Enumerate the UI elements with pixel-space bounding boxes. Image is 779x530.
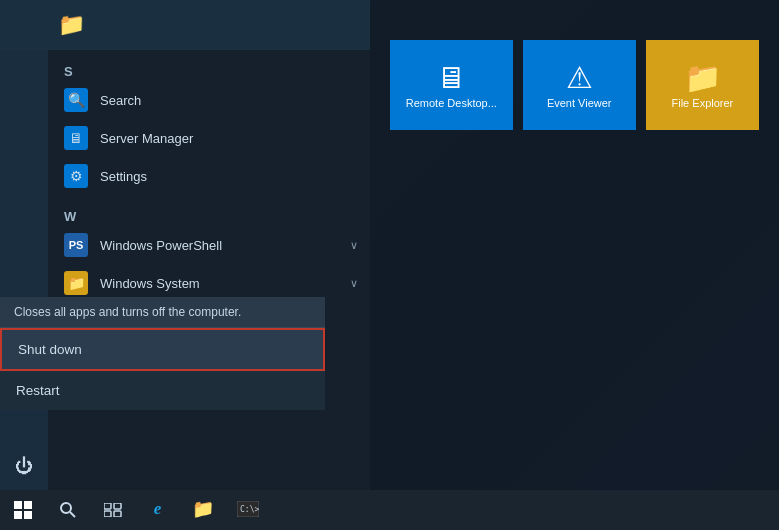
windows-system-label: Windows System — [100, 276, 200, 291]
svg-point-4 — [61, 503, 71, 513]
tiles-area: 🖥 Remote Desktop... ⚠ Event Viewer 📁 Fil… — [370, 0, 779, 490]
app-search[interactable]: 🔍 Search — [48, 81, 370, 119]
power-tooltip: Closes all apps and turns off the comput… — [0, 297, 325, 328]
taskbar-taskview-button[interactable] — [90, 490, 135, 530]
power-button[interactable]: ⏻ — [0, 442, 48, 490]
powershell-label: Windows PowerShell — [100, 238, 222, 253]
remote-desktop-icon: 🖥 — [436, 63, 466, 93]
windows-system-icon: 📁 — [64, 271, 88, 295]
svg-line-5 — [70, 512, 75, 517]
server-manager-icon: 🖥 — [64, 126, 88, 150]
app-powershell[interactable]: PS Windows PowerShell ∨ — [48, 226, 370, 264]
user-folder-icon: 📁 — [58, 12, 85, 38]
taskbar-ie[interactable]: e — [135, 490, 180, 530]
app-server-manager[interactable]: 🖥 Server Manager — [48, 119, 370, 157]
event-viewer-label: Event Viewer — [547, 97, 612, 109]
svg-text:C:\>_: C:\>_ — [240, 505, 259, 514]
section-s-label: S — [48, 58, 370, 81]
svg-rect-8 — [104, 511, 111, 517]
file-explorer-label: File Explorer — [672, 97, 734, 109]
settings-label: Settings — [100, 169, 147, 184]
svg-rect-7 — [114, 503, 121, 509]
apps-list: S 🔍 Search 🖥 Server Manager ⚙ Settings W… — [48, 50, 370, 490]
taskbar: e 📁 C:\>_ — [0, 490, 779, 530]
start-button[interactable] — [0, 490, 45, 530]
powershell-chevron: ∨ — [350, 239, 358, 252]
start-menu: 📁 ⏻ S 🔍 Search 🖥 Server Manager ⚙ Settin… — [0, 0, 370, 490]
tiles-row-1: 🖥 Remote Desktop... ⚠ Event Viewer 📁 Fil… — [390, 40, 759, 130]
svg-rect-0 — [14, 501, 22, 509]
svg-rect-3 — [24, 511, 32, 519]
start-sidebar: ⏻ — [0, 50, 48, 490]
taskbar-search-button[interactable] — [45, 490, 90, 530]
taskbar-cmd[interactable]: C:\>_ — [225, 490, 270, 530]
tile-file-explorer[interactable]: 📁 File Explorer — [646, 40, 759, 130]
search-app-label: Search — [100, 93, 141, 108]
svg-rect-9 — [114, 511, 121, 517]
file-explorer-icon: 📁 — [684, 63, 721, 93]
shutdown-option[interactable]: Shut down — [0, 328, 325, 371]
power-popup: Closes all apps and turns off the comput… — [0, 297, 325, 410]
svg-rect-1 — [24, 501, 32, 509]
svg-rect-6 — [104, 503, 111, 509]
server-manager-label: Server Manager — [100, 131, 193, 146]
svg-rect-2 — [14, 511, 22, 519]
windows-system-chevron: ∨ — [350, 277, 358, 290]
section-w-label: W — [48, 203, 370, 226]
event-viewer-icon: ⚠ — [566, 63, 593, 93]
app-settings[interactable]: ⚙ Settings — [48, 157, 370, 195]
taskbar-explorer[interactable]: 📁 — [180, 490, 225, 530]
tile-remote-desktop[interactable]: 🖥 Remote Desktop... — [390, 40, 513, 130]
search-app-icon: 🔍 — [64, 88, 88, 112]
start-header: 📁 — [0, 0, 370, 50]
restart-option[interactable]: Restart — [0, 371, 325, 410]
powershell-icon: PS — [64, 233, 88, 257]
tile-event-viewer[interactable]: ⚠ Event Viewer — [523, 40, 636, 130]
remote-desktop-label: Remote Desktop... — [406, 97, 497, 109]
settings-icon: ⚙ — [64, 164, 88, 188]
